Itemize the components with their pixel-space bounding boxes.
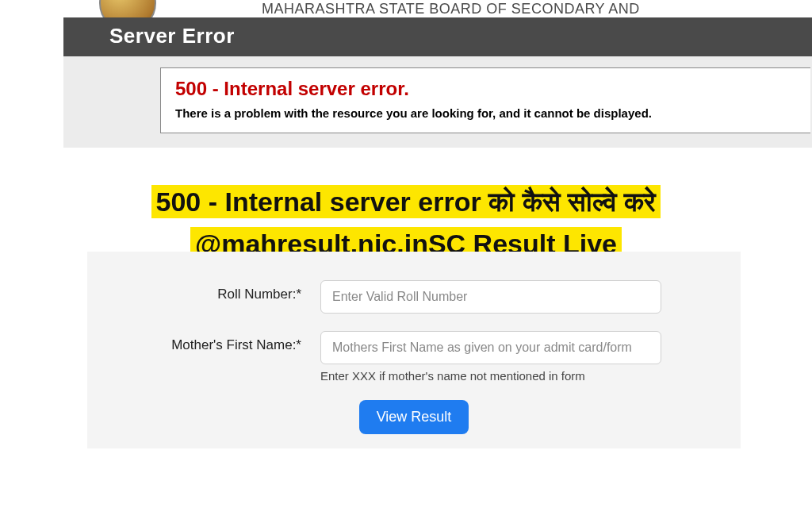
mother-name-input[interactable] (320, 331, 661, 364)
mother-name-hint: Enter XXX if mother's name not mentioned… (320, 369, 709, 383)
roll-number-label: Roll Number:* (119, 280, 301, 302)
mother-name-label: Mother's First Name:* (119, 331, 301, 353)
result-form: Roll Number:* Mother's First Name:* Ente… (87, 252, 741, 448)
error-message: There is a problem with the resource you… (175, 106, 796, 120)
board-title: MAHARASHTRA STATE BOARD OF SECONDARY AND (262, 1, 640, 17)
error-code: 500 - Internal server error. (175, 78, 796, 100)
view-result-button[interactable]: View Result (359, 400, 469, 434)
article-headline: 500 - Internal server error को कैसे सोल्… (151, 185, 661, 260)
error-box: 500 - Internal server error. There is a … (160, 67, 810, 133)
server-error-title: Server Error (109, 24, 812, 48)
roll-number-input[interactable] (320, 280, 661, 314)
server-error-bar: Server Error (63, 17, 812, 56)
